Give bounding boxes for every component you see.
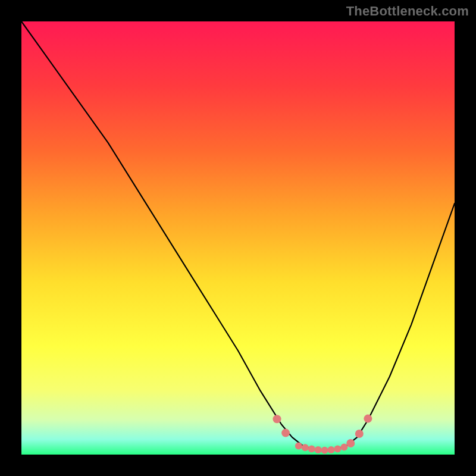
data-marker bbox=[340, 444, 347, 451]
data-marker bbox=[328, 446, 335, 453]
data-marker bbox=[364, 415, 372, 423]
data-marker bbox=[281, 429, 290, 437]
data-marker bbox=[355, 430, 364, 438]
data-marker bbox=[295, 442, 302, 449]
data-marker bbox=[308, 446, 315, 453]
data-marker bbox=[334, 446, 341, 453]
data-marker bbox=[302, 444, 309, 451]
chart-container: TheBottleneck.com bbox=[0, 0, 476, 476]
bottleneck-chart bbox=[0, 0, 476, 476]
data-marker bbox=[315, 446, 322, 453]
data-marker bbox=[346, 439, 355, 447]
data-marker bbox=[273, 415, 281, 423]
plot-area bbox=[21, 21, 455, 455]
watermark-text: TheBottleneck.com bbox=[346, 4, 469, 19]
data-marker bbox=[321, 447, 328, 454]
